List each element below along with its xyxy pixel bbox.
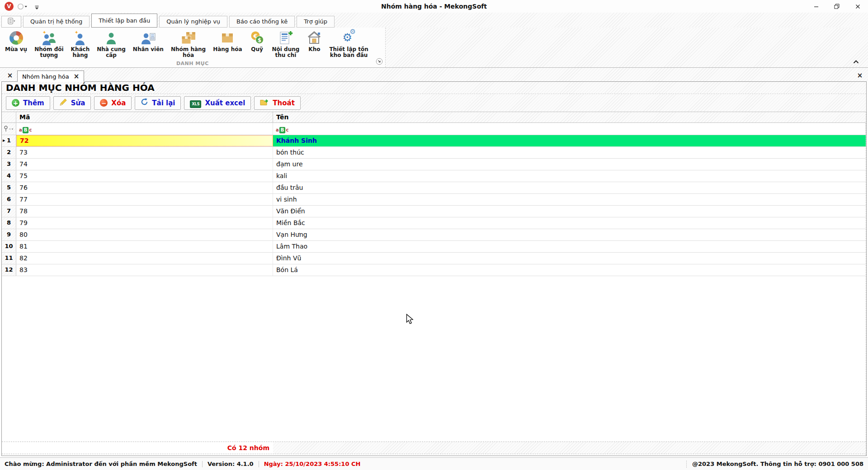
ribbon-item-people-group[interactable]: Nhóm đối tượng: [31, 28, 66, 59]
cell-ma[interactable]: 82: [16, 253, 273, 264]
table-row[interactable]: 980Vạn Hưng: [2, 229, 866, 241]
cell-ten[interactable]: kali: [273, 170, 866, 182]
app-menu-button[interactable]: [1, 16, 21, 28]
cell-ten[interactable]: Bón Lá: [273, 264, 866, 276]
row-indicator: 10: [2, 241, 16, 252]
ribbon-tab-thiet-lap-ban-dau[interactable]: Thiết lập ban đầu: [91, 14, 157, 28]
thoat-button[interactable]: Thoát: [254, 96, 301, 110]
funds-coins-icon: €$: [250, 29, 265, 47]
ribbon-item-seasons-donut[interactable]: Mùa vụ: [2, 28, 30, 53]
cell-ten[interactable]: Vạn Hưng: [273, 229, 866, 240]
ribbon-item-employee[interactable]: Nhân viên: [130, 28, 167, 53]
table-row[interactable]: 576đầu trâu: [2, 182, 866, 194]
ribbon-item-warehouse[interactable]: Kho: [303, 28, 325, 53]
restore-button[interactable]: [826, 0, 847, 13]
row-indicator: 8: [2, 217, 16, 229]
cell-ma[interactable]: 77: [16, 194, 273, 205]
table-row[interactable]: ▸172Khánh Sinh: [2, 135, 866, 147]
cell-ma[interactable]: 78: [16, 206, 273, 217]
table-row[interactable]: 374đạm ure: [2, 159, 866, 170]
ribbon-group-danh-muc: Mùa vụNhóm đối tượngKhách hàngNhà cung c…: [0, 28, 386, 67]
ribbon-item-goods[interactable]: Hàng hóa: [210, 28, 245, 53]
cell-ma[interactable]: 74: [16, 159, 273, 170]
ribbon-collapse-icon[interactable]: [853, 57, 859, 66]
table-row[interactable]: 677vi sinh: [2, 194, 866, 206]
cell-ten[interactable]: Văn Điển: [273, 206, 866, 217]
ribbon-tab-bao-cao-thong-ke[interactable]: Báo cáo thống kê: [229, 16, 295, 28]
ribbon-item-funds-coins[interactable]: €$Quỹ: [246, 28, 268, 53]
button-label: Xóa: [111, 99, 126, 107]
cell-ma[interactable]: 72: [16, 135, 273, 146]
x-icon: ×: [7, 71, 13, 80]
table-row[interactable]: 1081Lâm Thao: [2, 241, 866, 253]
cell-ma[interactable]: 75: [16, 170, 273, 182]
tab-close-icon[interactable]: ×: [74, 73, 80, 80]
cell-ma[interactable]: 76: [16, 182, 273, 193]
row-indicator: 9: [2, 229, 16, 240]
auto-filter-row: aBc aBc: [2, 123, 866, 135]
ribbon-items: Mùa vụNhóm đối tượngKhách hàngNhà cung c…: [2, 28, 372, 59]
ribbon-tab-quan-tri-he-thong[interactable]: Quản trị hệ thống: [23, 16, 90, 28]
cell-ma[interactable]: 80: [16, 229, 273, 240]
cell-ten[interactable]: Lâm Thao: [273, 241, 866, 252]
table-row[interactable]: 1182Đình Vũ: [2, 253, 866, 264]
column-header-ma[interactable]: Mã: [16, 112, 273, 122]
svg-text:$: $: [257, 37, 261, 43]
filter-cell-ma[interactable]: aBc: [16, 123, 273, 135]
delete-icon: −: [100, 99, 108, 107]
ribbon-tab-quan-ly-nghiep-vu[interactable]: Quản lý nghiệp vụ: [159, 16, 227, 28]
column-header-ten[interactable]: Tên: [273, 112, 866, 122]
ribbon-item-supplier[interactable]: Nhà cung cấp: [94, 28, 129, 59]
filter-cell-ten[interactable]: aBc: [273, 123, 866, 135]
button-label: Sửa: [71, 99, 85, 107]
close-panel-button[interactable]: ×: [855, 70, 864, 80]
grid-header-row: Mã Tên: [2, 112, 866, 123]
exit-icon: [260, 98, 269, 108]
minimize-button[interactable]: [806, 0, 826, 13]
cell-ten[interactable]: vi sinh: [273, 194, 866, 205]
page-title: DANH MỤC NHÓM HÀNG HÓA: [6, 82, 155, 93]
ribbon-item-initial-stock-gears[interactable]: ⚙⚙Thiết lập tồn kho ban đầu: [326, 28, 371, 59]
xoa-button[interactable]: −Xóa: [94, 96, 132, 110]
cell-ma[interactable]: 81: [16, 241, 273, 252]
ribbon-item-label: Kho: [308, 47, 320, 52]
pin-icon[interactable]: [2, 123, 16, 135]
table-row[interactable]: 1283Bón Lá: [2, 264, 866, 276]
row-arrow-icon: ▸: [3, 137, 5, 143]
close-all-tabs-button[interactable]: ×: [5, 70, 14, 80]
tab-nhom-hang-hoa[interactable]: Nhóm hàng hóa ×: [17, 70, 84, 82]
cell-ten[interactable]: Đình Vũ: [273, 253, 866, 264]
cell-ma[interactable]: 79: [16, 217, 273, 229]
sua-button[interactable]: Sửa: [53, 96, 91, 110]
cell-ten[interactable]: đạm ure: [273, 159, 866, 170]
app-menu-grid-icon: [8, 18, 15, 26]
initial-stock-gears-icon: ⚙⚙: [342, 29, 356, 47]
tai-lai-button[interactable]: Tải lại: [135, 96, 181, 110]
add-icon: +: [12, 99, 19, 107]
them-button[interactable]: +Thêm: [6, 96, 50, 110]
grid-footer: Có 12 nhóm: [2, 442, 866, 454]
cell-ten[interactable]: đầu trâu: [273, 182, 866, 193]
ribbon-item-label: Nội dung thu chi: [272, 47, 300, 58]
cell-ten[interactable]: Miền Bắc: [273, 217, 866, 229]
cell-ten[interactable]: bón thúc: [273, 147, 866, 158]
cell-ma[interactable]: 73: [16, 147, 273, 158]
cell-ten[interactable]: Khánh Sinh: [273, 135, 866, 146]
main-panel: DANH MỤC NHÓM HÀNG HÓA +ThêmSửa−XóaTải l…: [1, 81, 867, 456]
ribbon-item-label: Mùa vụ: [5, 47, 27, 52]
cell-ma[interactable]: 83: [16, 264, 273, 276]
ribbon-item-customer[interactable]: Khách hàng: [68, 28, 93, 59]
close-button[interactable]: [847, 0, 868, 13]
table-row[interactable]: 273bón thúc: [2, 147, 866, 159]
table-row[interactable]: 475kali: [2, 170, 866, 182]
ribbon-item-goods-group[interactable]: Nhóm hàng hóa: [168, 28, 209, 59]
ribbon-tab-tro-giup[interactable]: Trợ giúp: [297, 16, 335, 28]
xuat-excel-button[interactable]: XLSXuất excel: [184, 96, 251, 110]
dialog-launcher-icon[interactable]: [376, 58, 383, 67]
copyright-text: @2023 MekongSoft. Thông tin hỗ trợ: 0901…: [692, 461, 863, 467]
ribbon-item-receipt-content[interactable]: Nội dung thu chi: [269, 28, 303, 59]
indicator-header-cell: [2, 112, 16, 122]
statusbar-divider: [259, 461, 259, 467]
table-row[interactable]: 778Văn Điển: [2, 206, 866, 217]
table-row[interactable]: 879Miền Bắc: [2, 217, 866, 229]
